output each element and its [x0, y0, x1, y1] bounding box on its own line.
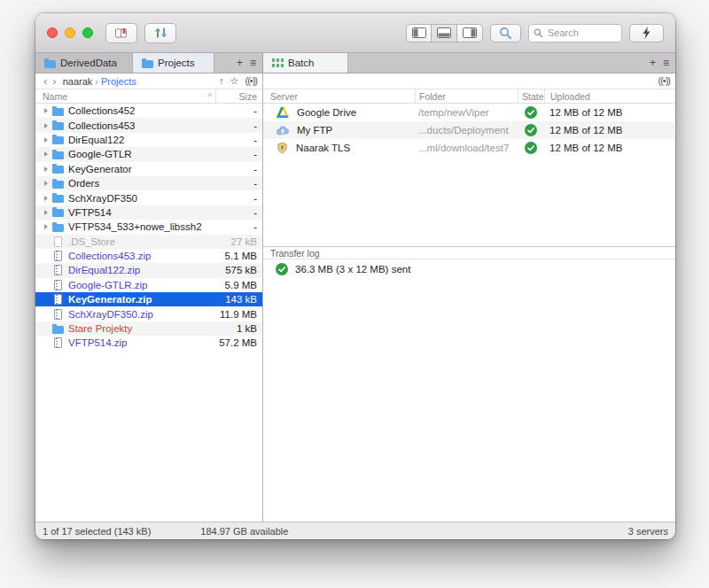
column-header-uploaded[interactable]: Uploaded [544, 89, 675, 103]
bottom-panel-view-button[interactable] [432, 24, 457, 43]
zip-file-icon [54, 265, 62, 275]
breadcrumb-item[interactable]: naarak [63, 76, 93, 87]
add-tab-button[interactable]: + [650, 57, 656, 69]
folder-icon [52, 151, 64, 159]
table-row[interactable]: Google-GTLR- [35, 147, 262, 161]
folder-icon [52, 166, 64, 174]
table-row[interactable]: Naarak TLS ...ml/download/test7 12 MB of… [263, 139, 675, 157]
table-row[interactable]: Stare Projekty1 kB [35, 321, 262, 336]
file-list-header: Name ^ Size [35, 89, 262, 104]
transfer-log-header: Transfer log [263, 246, 675, 259]
search-toggle-button[interactable] [490, 24, 521, 43]
left-panel-view-button[interactable] [406, 24, 432, 43]
bottom-panel-icon [437, 27, 451, 38]
table-row[interactable]: Google Drive /temp/newViper 12 MB of 12 … [263, 104, 675, 121]
column-header-server[interactable]: Server [263, 91, 415, 102]
table-row[interactable]: DirEqual122- [35, 133, 262, 147]
sort-ascending-icon: ^ [208, 92, 215, 101]
forward-button[interactable]: › [50, 75, 58, 87]
minimize-window-button[interactable] [65, 27, 75, 38]
search-field[interactable] [528, 24, 622, 43]
tab-menu-button[interactable]: ≡ [663, 57, 669, 69]
column-header-size[interactable]: Size [215, 89, 262, 103]
servers-count-status: 3 servers [628, 526, 668, 537]
tab-menu-button[interactable]: ≡ [250, 57, 256, 69]
main-content: ‹ › naarak › Projects ↑ ☆ ((•)) Name ^ S… [35, 74, 675, 522]
sync-browse-button[interactable] [105, 23, 137, 43]
table-row[interactable]: KeyGenerator- [35, 162, 262, 176]
folder-icon [52, 195, 64, 203]
server-folder: ...ml/download/test7 [415, 143, 518, 153]
back-button[interactable]: ‹ [41, 75, 50, 87]
tab-deriveddata[interactable]: DerivedData [35, 53, 133, 73]
disclosure-triangle-icon[interactable] [41, 210, 51, 215]
column-header-folder[interactable]: Folder [415, 89, 518, 103]
title-bar [35, 13, 675, 53]
folder-icon [52, 122, 64, 130]
disclosure-triangle-icon[interactable] [41, 181, 51, 186]
table-row[interactable]: My FTP ...ducts/Deployment 12 MB of 12 M… [263, 121, 675, 139]
disclosure-triangle-icon[interactable] [41, 166, 51, 172]
table-row[interactable]: VFTP514.zip57.2 MB [35, 336, 262, 350]
server-folder: /temp/newViper [415, 107, 518, 118]
disclosure-triangle-icon[interactable] [41, 224, 51, 229]
available-space-status: 184.97 GB available [200, 526, 288, 537]
go-up-button[interactable]: ↑ [219, 76, 224, 86]
file-list: Collections452- Collections453- DirEqual… [35, 104, 262, 522]
server-uploaded: 12 MB of 12 MB [544, 107, 675, 118]
left-tab-tools: + ≡ [230, 53, 262, 73]
table-row[interactable]: .DS_Store27 kB [35, 235, 262, 249]
column-header-state[interactable]: State [518, 89, 544, 103]
close-window-button[interactable] [47, 27, 58, 38]
check-circle-icon [525, 106, 537, 119]
table-row[interactable]: Collections453- [35, 118, 262, 132]
table-row[interactable]: VFTP514- [35, 205, 262, 220]
disclosure-triangle-icon[interactable] [41, 123, 51, 128]
right-panel-view-button[interactable] [457, 24, 483, 43]
favorites-star-icon[interactable]: ☆ [230, 76, 239, 86]
tab-projects[interactable]: Projects [133, 53, 214, 73]
shield-tls-icon [276, 142, 289, 154]
broadcast-icon[interactable]: ((•)) [245, 76, 257, 86]
search-input[interactable] [546, 27, 617, 39]
folder-icon [52, 224, 64, 232]
table-row-selected[interactable]: KeyGenerator.zip143 kB [35, 292, 262, 306]
server-table-header: Server Folder State Uploaded [263, 89, 675, 104]
disclosure-triangle-icon[interactable] [41, 108, 51, 113]
table-row[interactable]: DirEqual122.zip575 kB [35, 263, 262, 277]
right-tab-tools: + ≡ [643, 53, 675, 73]
activities-button[interactable] [629, 24, 664, 43]
zoom-window-button[interactable] [82, 27, 93, 38]
table-row[interactable]: VFTP534_533+nowe_libssh2- [35, 220, 262, 234]
column-header-name[interactable]: Name ^ [35, 91, 215, 102]
transfer-log-entry[interactable]: 36.3 MB (3 x 12 MB) sent [263, 259, 675, 279]
transfer-log-text: 36.3 MB (3 x 12 MB) sent [295, 264, 410, 275]
table-row[interactable]: SchXrayDF350.zip11.9 MB [35, 306, 262, 321]
disclosure-triangle-icon[interactable] [41, 151, 51, 157]
table-row[interactable]: Google-GTLR.zip5.9 MB [35, 278, 262, 292]
zip-file-icon [54, 337, 62, 348]
table-row[interactable]: SchXrayDF350- [35, 190, 262, 205]
batch-toolbar: ((•)) [263, 74, 675, 89]
cloud-ftp-icon [276, 125, 290, 136]
tab-batch[interactable]: Batch [263, 53, 348, 73]
zip-file-icon [54, 251, 62, 261]
breadcrumb-item-current[interactable]: Projects [101, 76, 136, 87]
upload-download-arrows-icon [154, 27, 168, 39]
table-row[interactable]: Collections452- [35, 104, 262, 118]
transfers-button[interactable] [144, 23, 176, 43]
broadcast-icon[interactable]: ((•)) [658, 76, 670, 86]
file-browser-pane: ‹ › naarak › Projects ↑ ☆ ((•)) Name ^ S… [35, 74, 263, 522]
server-name: My FTP [297, 125, 332, 135]
layout-view-switcher [406, 24, 483, 43]
book-sync-icon [114, 27, 129, 39]
disclosure-triangle-icon[interactable] [41, 196, 51, 201]
server-name: Naarak TLS [296, 143, 350, 153]
left-pane-tabbar: DerivedData Projects + ≡ [35, 53, 263, 73]
disclosure-triangle-icon[interactable] [41, 137, 51, 143]
lightning-bolt-icon [642, 27, 651, 39]
add-tab-button[interactable]: + [237, 57, 243, 69]
tab-bar: DerivedData Projects + ≡ [35, 53, 675, 74]
table-row[interactable]: Collections453.zip5.1 MB [35, 249, 262, 263]
table-row[interactable]: Orders- [35, 176, 262, 190]
